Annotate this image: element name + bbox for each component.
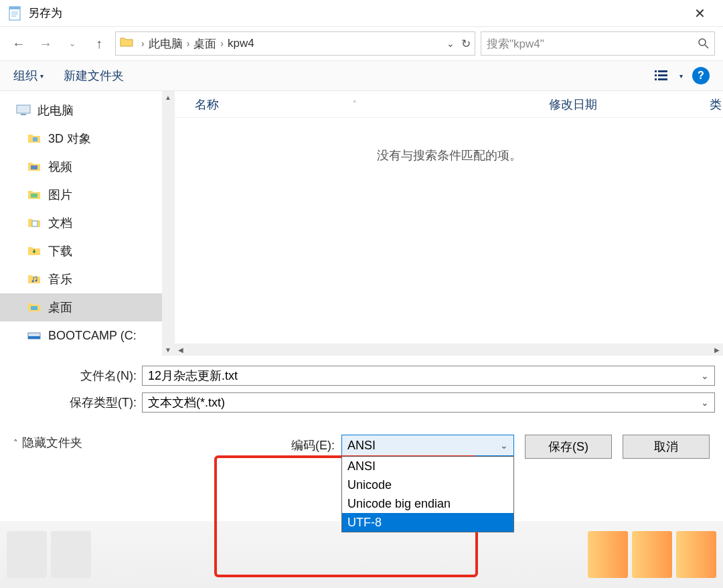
folder-icon xyxy=(27,159,42,174)
save-button[interactable]: 保存(S) xyxy=(525,435,612,459)
new-folder-button[interactable]: 新建文件夹 xyxy=(64,68,124,84)
folder-icon xyxy=(27,188,42,202)
sort-indicator-icon: ˄ xyxy=(353,100,357,108)
pc-icon xyxy=(16,103,31,118)
chevron-down-icon[interactable]: ⌄ xyxy=(701,397,709,408)
folder-icon xyxy=(120,37,133,50)
encoding-label: 编码(E): xyxy=(291,437,335,453)
dialog-footer: ˄ 隐藏文件夹 编码(E): ANSI ⌄ ANSI Unicode Unico… xyxy=(0,416,723,459)
filetype-select[interactable]: 文本文档(*.txt) ⌄ xyxy=(142,392,715,413)
chevron-down-icon[interactable]: ⌄ xyxy=(500,440,508,451)
svg-rect-21 xyxy=(31,306,37,310)
svg-rect-16 xyxy=(31,165,37,169)
svg-line-6 xyxy=(705,45,708,48)
column-type[interactable]: 类 xyxy=(710,96,723,113)
up-button[interactable]: ↑ xyxy=(88,33,110,54)
svg-rect-9 xyxy=(655,74,657,76)
scroll-right-icon[interactable]: ▶ xyxy=(711,346,723,354)
notepad-icon xyxy=(8,5,21,21)
folder-icon xyxy=(27,244,42,259)
breadcrumb-folder[interactable]: kpw4 xyxy=(228,37,254,50)
toolbar: 组织 ▾ 新建文件夹 ▾ ? xyxy=(0,60,723,91)
breadcrumb-pc[interactable]: 此电脑 xyxy=(149,36,183,52)
svg-rect-1 xyxy=(9,7,20,9)
svg-point-19 xyxy=(32,281,34,283)
forward-button[interactable]: → xyxy=(35,33,56,54)
address-bar[interactable]: › 此电脑 › 桌面 › kpw4 ⌄ ↻ xyxy=(115,31,475,56)
main-area: 此电脑 3D 对象 视频 图片 文档 下载 音乐 桌面 xyxy=(0,91,723,356)
cancel-button[interactable]: 取消 xyxy=(623,435,710,459)
encoding-option-ansi[interactable]: ANSI xyxy=(342,457,513,475)
svg-point-5 xyxy=(699,39,706,46)
filename-label: 文件名(N): xyxy=(8,368,142,384)
scroll-up-icon[interactable]: ▲ xyxy=(165,91,171,103)
refresh-button[interactable]: ↻ xyxy=(461,37,471,51)
column-name[interactable]: 名称 xyxy=(195,96,219,113)
sidebar-item-bootcamp[interactable]: BOOTCAMP (C: xyxy=(0,321,174,350)
sidebar-item-this-pc[interactable]: 此电脑 xyxy=(0,96,174,125)
scroll-left-icon[interactable]: ◀ xyxy=(175,346,187,354)
navigation-row: ← → ⌄ ↑ › 此电脑 › 桌面 › kpw4 ⌄ ↻ 搜索"kpw4" xyxy=(0,27,723,60)
sidebar-item-documents[interactable]: 文档 xyxy=(0,209,174,237)
encoding-select[interactable]: ANSI ⌄ xyxy=(341,435,514,456)
svg-rect-18 xyxy=(32,221,37,226)
encoding-dropdown: ANSI Unicode Unicode big endian UTF-8 xyxy=(341,456,514,532)
dropdown-arrow-icon[interactable]: ▾ xyxy=(679,72,683,80)
chevron-down-icon[interactable]: ⌄ xyxy=(701,370,709,381)
title-bar: 另存为 ✕ xyxy=(0,0,723,27)
svg-point-20 xyxy=(35,280,37,282)
svg-rect-8 xyxy=(658,70,667,72)
chevron-down-icon[interactable]: ⌄ xyxy=(447,38,455,49)
sidebar-item-videos[interactable]: 视频 xyxy=(0,153,174,181)
folder-icon xyxy=(27,216,42,230)
encoding-option-utf8[interactable]: UTF-8 xyxy=(342,513,513,532)
chevron-right-icon: › xyxy=(141,38,145,49)
save-form: 文件名(N): 12月杂志更新.txt ⌄ 保存类型(T): 文本文档(*.tx… xyxy=(0,356,723,416)
svg-rect-10 xyxy=(658,74,667,76)
back-button[interactable]: ← xyxy=(8,33,29,54)
filetype-label: 保存类型(T): xyxy=(8,394,142,411)
window-title: 另存为 xyxy=(28,5,684,21)
svg-rect-17 xyxy=(31,194,37,198)
encoding-option-unicode[interactable]: Unicode xyxy=(342,475,513,494)
sidebar-item-pictures[interactable]: 图片 xyxy=(0,181,174,209)
empty-message: 没有与搜索条件匹配的项。 xyxy=(175,118,723,344)
organize-menu[interactable]: 组织 ▾ xyxy=(13,68,44,84)
column-date[interactable]: 修改日期 xyxy=(549,96,710,113)
search-input[interactable]: 搜索"kpw4" xyxy=(481,31,715,56)
sidebar-scrollbar[interactable]: ▲ ▼ xyxy=(162,91,174,356)
svg-rect-14 xyxy=(21,114,26,115)
close-button[interactable]: ✕ xyxy=(684,3,715,24)
file-header: 名称 ˄ 修改日期 类 xyxy=(175,91,723,118)
scroll-down-icon[interactable]: ▼ xyxy=(165,344,171,356)
svg-rect-7 xyxy=(655,70,657,72)
hide-folders-toggle[interactable]: ˄ 隐藏文件夹 xyxy=(13,435,82,451)
sidebar-item-desktop[interactable]: 桌面 xyxy=(0,293,174,321)
help-button[interactable]: ? xyxy=(692,67,710,84)
svg-rect-15 xyxy=(33,137,37,141)
sidebar-item-downloads[interactable]: 下载 xyxy=(0,237,174,265)
sidebar-item-3d-objects[interactable]: 3D 对象 xyxy=(0,125,174,153)
dropdown-arrow-icon: ▾ xyxy=(40,72,44,80)
chevron-right-icon: › xyxy=(220,38,224,49)
sidebar-item-music[interactable]: 音乐 xyxy=(0,265,174,293)
chevron-up-icon: ˄ xyxy=(13,438,18,448)
folder-icon xyxy=(27,300,42,315)
breadcrumb-desktop[interactable]: 桌面 xyxy=(193,36,216,52)
drive-icon xyxy=(27,328,42,343)
encoding-option-unicode-be[interactable]: Unicode big endian xyxy=(342,494,513,513)
sidebar: 此电脑 3D 对象 视频 图片 文档 下载 音乐 桌面 xyxy=(0,91,174,356)
view-options-button[interactable] xyxy=(654,68,670,84)
file-pane: 名称 ˄ 修改日期 类 没有与搜索条件匹配的项。 ◀ ▶ xyxy=(174,91,723,356)
folder-icon xyxy=(27,131,42,146)
svg-rect-12 xyxy=(658,78,667,80)
svg-rect-11 xyxy=(655,78,657,80)
folder-icon xyxy=(27,272,42,287)
chevron-right-icon: › xyxy=(187,38,190,49)
search-icon[interactable] xyxy=(698,38,709,49)
filename-input[interactable]: 12月杂志更新.txt ⌄ xyxy=(142,366,715,386)
horizontal-scrollbar[interactable]: ◀ ▶ xyxy=(175,344,723,356)
search-placeholder: 搜索"kpw4" xyxy=(487,36,544,52)
history-dropdown[interactable]: ⌄ xyxy=(62,33,83,54)
svg-rect-13 xyxy=(17,105,30,113)
